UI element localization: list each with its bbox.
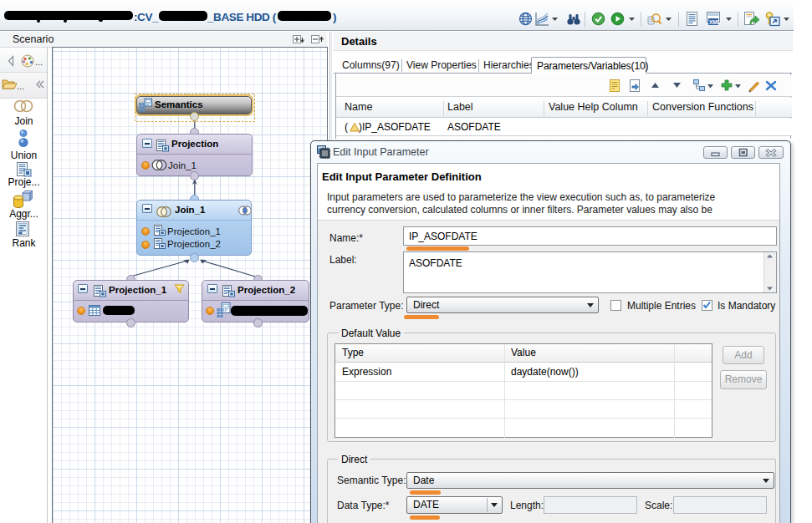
svg-text:...: ... bbox=[17, 81, 24, 91]
svg-text:XML: XML bbox=[709, 19, 721, 25]
svg-text:...: ... bbox=[35, 57, 43, 67]
